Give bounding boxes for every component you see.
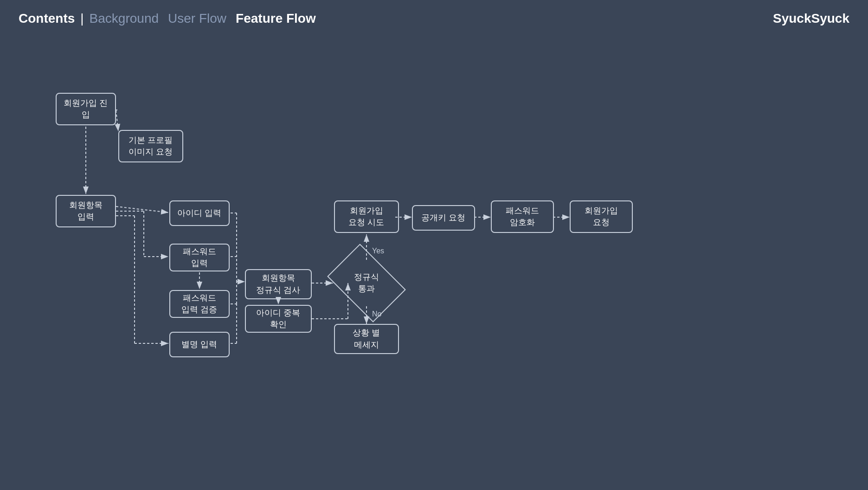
- svg-line-15: [231, 213, 245, 278]
- node-id-input: 아이디 입력: [169, 200, 230, 226]
- no-label: No: [372, 310, 381, 318]
- node-regex-check: 회원항목정규식 검사: [245, 269, 312, 299]
- header: Contents | Background User Flow Feature …: [0, 0, 868, 37]
- svg-line-14: [231, 213, 244, 278]
- nav-separator: |: [80, 11, 84, 26]
- node-register-entry: 회원가입 진입: [56, 93, 116, 125]
- svg-line-5: [116, 206, 168, 213]
- svg-line-26: [312, 283, 334, 319]
- node-password-encrypt: 패스워드암호화: [491, 200, 554, 233]
- node-profile-image-request: 기본 프로필이미지 요청: [118, 130, 183, 162]
- nav-background[interactable]: Background: [90, 11, 159, 26]
- svg-line-4: [116, 110, 118, 131]
- nav-contents[interactable]: Contents: [19, 11, 75, 26]
- svg-line-13: [231, 213, 245, 278]
- yes-label: Yes: [372, 247, 384, 255]
- nav: Contents | Background User Flow Feature …: [19, 11, 316, 26]
- node-public-key-request: 공개키 요청: [412, 205, 475, 231]
- diamond-regex-pass: 정규식통과: [333, 259, 400, 307]
- flow-canvas: 회원가입 진입 기본 프로필이미지 요청 회원항목입력 아이디 입력 패스워드입…: [0, 37, 868, 490]
- node-register-attempt: 회원가입요청 시도: [334, 200, 399, 233]
- node-status-message: 상황 별메세지: [334, 324, 399, 354]
- node-member-input: 회원항목입력: [56, 195, 116, 227]
- node-password-input: 패스워드입력: [169, 244, 230, 271]
- nav-featureflow[interactable]: Feature Flow: [236, 11, 316, 26]
- nav-userflow[interactable]: User Flow: [168, 11, 226, 26]
- node-id-duplicate-check: 아이디 중복확인: [245, 305, 312, 333]
- node-nickname-input: 별명 입력: [169, 332, 230, 357]
- arrows-svg: [0, 37, 868, 490]
- node-register-request: 회원가입요청: [570, 200, 633, 233]
- brand: SyuckSyuck: [773, 11, 849, 26]
- node-password-verify: 패스워드입력 검증: [169, 290, 230, 318]
